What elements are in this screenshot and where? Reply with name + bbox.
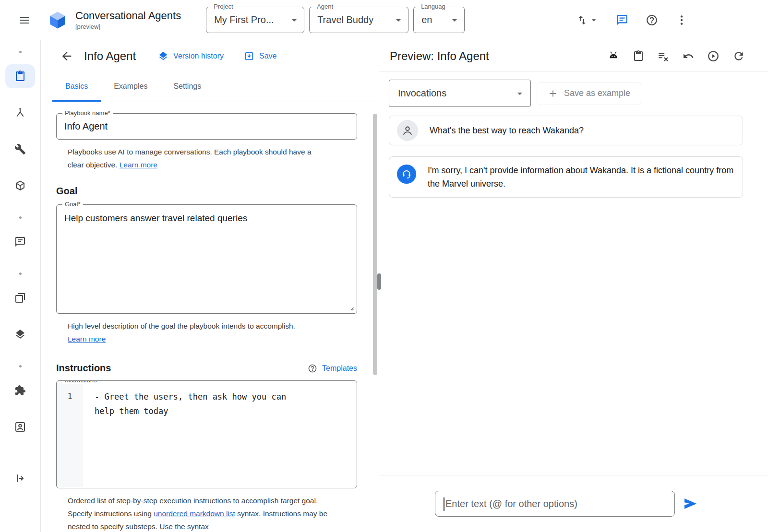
app-subtitle: [preview] <box>75 23 181 30</box>
send-button[interactable] <box>683 496 698 511</box>
editor-form: Playbook name* Playbooks use AI to manag… <box>41 102 379 532</box>
learn-more-link[interactable]: Learn more <box>120 161 157 169</box>
collapse-panel-icon <box>14 473 26 484</box>
chat-icon <box>14 236 26 248</box>
editor-scrollbar-thumb[interactable] <box>373 114 377 375</box>
windows-icon <box>14 292 26 304</box>
nav-section-dot <box>19 272 22 275</box>
clear-conversation-button[interactable] <box>657 50 670 62</box>
back-arrow-icon <box>60 49 73 63</box>
goal-help-body: High level description of the goal the p… <box>68 322 295 330</box>
sidebar-item-integrations[interactable] <box>5 174 35 198</box>
context-selectors: Project My First Pro... Agent Travel Bud… <box>206 7 465 33</box>
markdown-list-link[interactable]: unordered markdown list <box>154 509 235 518</box>
chat-icon <box>616 14 628 26</box>
language-select[interactable]: Languag en <box>413 7 465 33</box>
save-icon <box>244 51 254 61</box>
goal-heading: Goal <box>56 186 357 197</box>
back-button[interactable] <box>60 49 73 63</box>
sort-environment-button[interactable] <box>576 14 599 26</box>
run-button[interactable] <box>707 50 720 62</box>
wrench-icon <box>14 143 26 155</box>
version-history-button[interactable]: Version history <box>158 51 224 61</box>
resize-handle-icon[interactable] <box>348 304 354 311</box>
editor-header: Info Agent Version history Save <box>41 40 379 72</box>
project-select-value: My First Pro... <box>214 14 274 25</box>
help-icon <box>308 364 317 373</box>
android-test-button[interactable] <box>607 50 620 62</box>
refresh-icon <box>732 50 745 62</box>
hamburger-menu-button[interactable] <box>18 14 31 26</box>
sidebar-item-tools[interactable] <box>5 137 35 161</box>
nav-section-dot <box>19 365 22 367</box>
sidebar-item-versions[interactable] <box>5 322 35 346</box>
android-robot-icon <box>607 50 620 62</box>
agent-message: I'm sorry, I can't provide information a… <box>389 156 743 198</box>
chevron-down-icon <box>589 15 599 25</box>
sidebar-item-plugins[interactable] <box>5 378 35 402</box>
agent-select-label: Agent <box>314 3 336 10</box>
agent-select[interactable]: Agent Travel Buddy <box>309 7 408 33</box>
invocations-value: Invocations <box>398 88 446 99</box>
tab-settings[interactable]: Settings <box>160 72 214 102</box>
undo-button[interactable] <box>683 50 694 62</box>
instructions-header-row: Instructions Templates <box>56 363 357 374</box>
goal-help-text: High level description of the goal the p… <box>68 319 329 345</box>
playbook-editor-panel: Info Agent Version history Save Basics E… <box>41 40 379 532</box>
undo-icon <box>683 50 694 62</box>
tab-basics[interactable]: Basics <box>52 72 101 102</box>
version-history-label: Version history <box>173 52 224 60</box>
restart-button[interactable] <box>732 50 745 62</box>
layers-icon <box>14 329 26 340</box>
chevron-down-icon <box>449 14 460 26</box>
goal-textarea[interactable]: Help customers answer travel related que… <box>57 205 357 313</box>
editor-tabs: Basics Examples Settings <box>41 72 379 102</box>
preview-panel: Preview: Info Agent <box>379 40 768 532</box>
help-button[interactable] <box>646 14 658 26</box>
agent-select-value: Travel Buddy <box>317 14 373 25</box>
language-select-label: Languag <box>419 3 448 10</box>
preview-header: Preview: Info Agent <box>379 40 768 72</box>
text-cursor <box>444 497 444 511</box>
save-as-example-button[interactable]: Save as example <box>537 82 641 105</box>
package-icon <box>14 180 26 191</box>
conversations-button[interactable] <box>616 14 628 26</box>
tab-examples[interactable]: Examples <box>101 72 160 102</box>
sidebar-item-pages[interactable] <box>5 286 35 310</box>
sidebar <box>0 40 41 532</box>
composer-input[interactable] <box>435 491 674 516</box>
composer <box>379 475 768 532</box>
user-avatar <box>397 120 418 141</box>
playlist-remove-icon <box>657 50 670 62</box>
sidebar-item-flows[interactable] <box>5 101 35 125</box>
more-options-button[interactable] <box>675 14 688 26</box>
sidebar-item-conversation-history[interactable] <box>5 230 35 254</box>
nav-section-dot <box>19 51 22 53</box>
instructions-editor[interactable]: - Greet the users, then ask how you can … <box>83 381 357 488</box>
app-title: Conversational Agents <box>75 10 181 22</box>
puzzle-icon <box>14 385 26 396</box>
sidebar-item-playbooks[interactable] <box>5 64 35 88</box>
project-select[interactable]: Project My First Pro... <box>206 7 304 33</box>
instructions-field: Instructions 1 - Greet the users, then a… <box>56 380 357 488</box>
templates-button[interactable]: Templates <box>308 364 357 373</box>
copy-conversation-button[interactable] <box>633 50 644 62</box>
save-button[interactable]: Save <box>244 51 276 61</box>
preview-toolbar: Invocations Save as example <box>389 80 743 107</box>
language-select-value: en <box>421 14 432 25</box>
project-select-label: Project <box>211 3 235 10</box>
contact-card-icon <box>14 421 26 433</box>
clipboard-icon <box>633 50 644 62</box>
instructions-text: - Greet the users, then ask how you can … <box>95 390 296 418</box>
playbook-name-input[interactable] <box>57 114 357 139</box>
user-message-text: What's the best way to reach Wakanda? <box>430 124 584 137</box>
panel-resize-handle[interactable] <box>377 273 381 290</box>
plus-icon <box>548 88 558 99</box>
agent-message-text: I'm sorry, I can't provide information a… <box>428 164 735 190</box>
kebab-menu-icon <box>675 14 688 26</box>
invocations-select[interactable]: Invocations <box>389 80 531 107</box>
sidebar-item-contacts[interactable] <box>5 415 35 439</box>
goal-learn-more-link[interactable]: Learn more <box>68 335 106 343</box>
preview-body: Invocations Save as example What's the b… <box>379 72 768 475</box>
collapse-sidebar-button[interactable] <box>5 466 35 490</box>
